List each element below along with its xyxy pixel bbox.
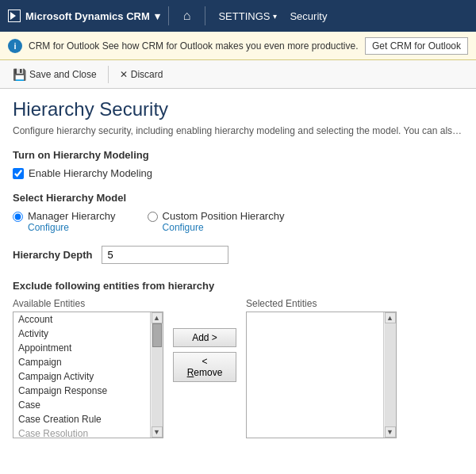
discard-label: Discard	[131, 69, 163, 80]
info-icon: i	[8, 39, 22, 53]
selected-scroll-up[interactable]: ▲	[385, 312, 396, 323]
selected-scroll-track	[385, 323, 396, 426]
info-bar: i CRM for Outlook See how CRM for Outloo…	[0, 32, 476, 60]
save-close-button[interactable]: 💾 Save and Close	[6, 65, 103, 84]
entities-title: Exclude following entities from hierarch…	[13, 280, 463, 292]
manager-hierarchy-radio[interactable]	[13, 212, 23, 222]
selected-scrollbar[interactable]: ▲ ▼	[383, 312, 396, 438]
toolbar: 💾 Save and Close ✕ Discard	[0, 60, 476, 89]
custom-position-label: Custom Position Hierarchy	[163, 210, 285, 222]
nav-security-label: Security	[290, 10, 327, 22]
toolbar-separator	[108, 66, 109, 83]
entities-section: Exclude following entities from hierarch…	[13, 280, 463, 438]
manager-hierarchy-label: Manager Hierarchy	[28, 210, 116, 222]
available-scrollbar[interactable]: ▲ ▼	[150, 312, 163, 438]
main-content: Hierarchy Security Configure hierarchy s…	[0, 89, 476, 448]
list-item[interactable]: Activity	[13, 327, 150, 341]
page-title: Hierarchy Security	[13, 98, 463, 120]
enable-hierarchy-label: Enable Hierarchy Modeling	[29, 167, 152, 179]
hierarchy-depth-label: Hierarchy Depth	[13, 249, 92, 261]
remove-label: < Remove	[187, 356, 223, 378]
selected-entities-listbox[interactable]: ▲ ▼	[246, 312, 397, 438]
manager-configure-link[interactable]: Configure	[28, 222, 116, 233]
nav-settings-item[interactable]: SETTINGS ▾	[213, 0, 282, 32]
enable-hierarchy-checkbox[interactable]	[13, 168, 24, 179]
entities-layout: Available Entities Account Activity Appo…	[13, 298, 463, 438]
list-item[interactable]: Campaign	[13, 355, 150, 369]
hierarchy-depth-row: Hierarchy Depth	[13, 246, 463, 264]
turn-on-section-title: Turn on Hierarchy Modeling	[13, 149, 463, 161]
available-entities-listbox[interactable]: Account Activity Appointment Campaign Ca…	[13, 312, 163, 438]
scroll-down-arrow[interactable]: ▼	[152, 426, 163, 438]
list-item[interactable]: Account	[13, 312, 150, 327]
home-icon: ⌂	[183, 9, 191, 23]
list-item[interactable]: Case	[13, 398, 150, 412]
selected-entities-panel: Selected Entities ▲ ▼	[246, 298, 397, 438]
entity-action-buttons: Add > < Remove	[163, 312, 246, 398]
nav-home-button[interactable]: ⌂	[177, 0, 198, 32]
discard-icon: ✕	[120, 69, 128, 80]
remove-button[interactable]: < Remove	[173, 352, 236, 382]
info-text: CRM for Outlook See how CRM for Outlook …	[29, 40, 359, 52]
manager-hierarchy-option: Manager Hierarchy Configure	[13, 210, 116, 233]
hierarchy-model-title: Select Hierarchy Model	[13, 192, 463, 204]
available-entities-list: Account Activity Appointment Campaign Ca…	[13, 312, 150, 438]
available-entities-label: Available Entities	[13, 298, 163, 309]
custom-position-group: Custom Position Hierarchy Configure	[163, 210, 285, 233]
brand-chevron[interactable]: ▾	[155, 10, 160, 22]
available-entities-panel: Available Entities Account Activity Appo…	[13, 298, 163, 438]
hierarchy-depth-input[interactable]	[102, 246, 228, 264]
list-item[interactable]: Case Creation Rule	[13, 412, 150, 426]
custom-position-option: Custom Position Hierarchy Configure	[148, 210, 285, 233]
selected-entities-label: Selected Entities	[246, 298, 397, 309]
custom-configure-link[interactable]: Configure	[163, 222, 285, 233]
selected-scroll-down[interactable]: ▼	[385, 426, 396, 438]
list-item[interactable]: Appointment	[13, 341, 150, 355]
nav-bar: Microsoft Dynamics CRM ▾ ⌂ SETTINGS ▾ Se…	[0, 0, 476, 32]
brand-label: Microsoft Dynamics CRM	[25, 10, 150, 22]
selected-entities-list	[247, 312, 383, 438]
list-item: Case Resolution	[13, 426, 150, 438]
page-description: Configure hierarchy security, including …	[13, 125, 463, 136]
dynamics-logo	[8, 10, 21, 22]
scroll-thumb[interactable]	[152, 323, 162, 347]
save-icon: 💾	[13, 68, 26, 81]
nav-divider-2	[205, 6, 205, 25]
scroll-track	[152, 323, 163, 426]
nav-divider-1	[168, 6, 169, 25]
settings-label: SETTINGS	[218, 10, 270, 22]
save-close-label: Save and Close	[29, 69, 97, 80]
list-item[interactable]: Campaign Activity	[13, 369, 150, 384]
manager-hierarchy-group: Manager Hierarchy Configure	[28, 210, 116, 233]
discard-button[interactable]: ✕ Discard	[113, 66, 170, 83]
list-item[interactable]: Campaign Response	[13, 384, 150, 398]
enable-hierarchy-row: Enable Hierarchy Modeling	[13, 167, 463, 179]
custom-position-radio[interactable]	[148, 212, 158, 222]
model-options: Manager Hierarchy Configure Custom Posit…	[13, 210, 463, 233]
add-button[interactable]: Add >	[173, 328, 236, 347]
settings-chevron: ▾	[273, 12, 277, 21]
scroll-up-arrow[interactable]: ▲	[152, 312, 163, 323]
hierarchy-model-section: Select Hierarchy Model Manager Hierarchy…	[13, 192, 463, 233]
get-crm-outlook-button[interactable]: Get CRM for Outlook	[365, 37, 468, 55]
add-label: Add >	[192, 332, 217, 343]
nav-brand[interactable]: Microsoft Dynamics CRM ▾	[8, 10, 160, 22]
